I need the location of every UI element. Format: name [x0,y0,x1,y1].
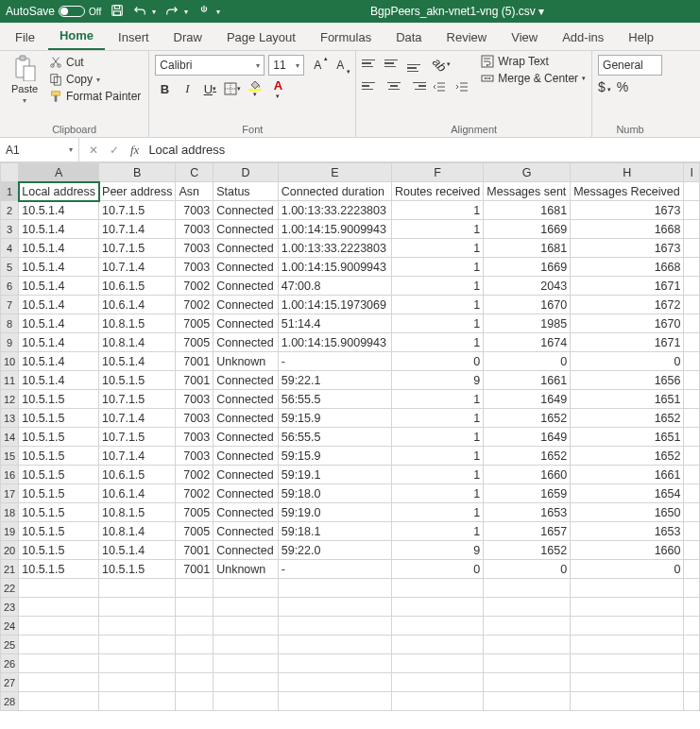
cell[interactable]: Connected [213,314,279,333]
cell[interactable]: 1 [391,220,483,239]
touch-mode-icon[interactable] [197,4,211,20]
cell[interactable] [391,579,483,598]
cell[interactable] [278,636,391,654]
cell[interactable]: 10.5.1.4 [19,220,99,239]
cell[interactable] [176,636,213,654]
cell[interactable] [684,617,700,636]
cell[interactable]: Unknown [213,352,279,371]
cell[interactable] [684,503,700,522]
tab-view[interactable]: View [500,25,549,50]
align-right-button[interactable] [407,77,426,94]
cell[interactable]: 56:55.5 [278,390,391,409]
cell[interactable]: 10.5.1.5 [19,484,99,503]
cell[interactable] [19,579,99,598]
cell[interactable]: Messages Received [571,182,684,201]
cell[interactable]: 10.5.1.5 [19,466,99,484]
row-header[interactable]: 9 [1,333,19,352]
cell[interactable]: Connected [213,447,279,466]
cell[interactable]: Peer address [99,182,176,201]
cell[interactable]: 1.00:14:15.1973069 [278,296,391,314]
align-center-button[interactable] [384,77,403,94]
cell[interactable] [278,673,391,692]
cell[interactable]: Connected duration [278,182,391,201]
redo-icon[interactable] [165,4,179,20]
tab-help[interactable]: Help [617,25,665,50]
row-header[interactable]: 10 [1,352,19,371]
cell[interactable]: 7005 [176,314,213,333]
cell[interactable] [571,579,684,598]
copy-button[interactable]: Copy ▾ [47,72,143,87]
cell[interactable] [176,598,213,617]
cell[interactable]: 10.5.1.5 [19,560,99,579]
cell[interactable] [684,390,700,409]
column-header[interactable]: B [99,163,176,182]
cell[interactable]: Connected [213,277,279,296]
autosave-toggle[interactable]: AutoSave Off [6,5,101,18]
column-header[interactable]: G [484,163,571,182]
cell[interactable]: 1 [391,484,483,503]
cell[interactable] [684,409,700,428]
cell[interactable] [684,466,700,484]
select-all-corner[interactable] [1,163,19,182]
cell[interactable]: 1671 [571,277,684,296]
cell[interactable]: 56:55.5 [278,428,391,447]
align-bottom-button[interactable] [407,55,426,72]
cell[interactable]: 1670 [484,296,571,314]
align-top-button[interactable] [362,55,381,72]
cell[interactable]: Connected [213,296,279,314]
cell[interactable] [484,636,571,654]
column-header[interactable]: F [391,163,483,182]
row-header[interactable]: 19 [1,522,19,541]
cell[interactable]: Status [213,182,279,201]
row-header[interactable]: 21 [1,560,19,579]
cell[interactable] [19,598,99,617]
cell[interactable]: 7003 [176,239,213,258]
tab-page-layout[interactable]: Page Layout [215,25,307,50]
cell[interactable] [19,692,99,711]
cell[interactable]: 1673 [571,201,684,220]
cell[interactable]: Connected [213,371,279,390]
cell[interactable] [684,447,700,466]
cell[interactable] [99,692,176,711]
cell[interactable] [213,692,279,711]
cell[interactable]: 0 [484,560,571,579]
cell[interactable]: 1660 [484,466,571,484]
cell[interactable] [176,617,213,636]
cell[interactable] [19,636,99,654]
cell[interactable]: 51:14.4 [278,314,391,333]
cell[interactable]: 1670 [571,314,684,333]
cell[interactable] [684,371,700,390]
borders-button[interactable]: ▾ [223,79,242,98]
cell[interactable] [684,428,700,447]
cell[interactable]: Routes received [391,182,483,201]
cell[interactable]: 10.5.1.5 [19,409,99,428]
cell[interactable]: Connected [213,239,279,258]
cell[interactable]: 1 [391,466,483,484]
decrease-font-button[interactable]: A [331,56,350,75]
formula-content[interactable]: Local address [148,143,225,157]
cell[interactable]: 7003 [176,428,213,447]
cell[interactable]: 1668 [571,220,684,239]
cell[interactable]: 1654 [571,484,684,503]
cell[interactable]: 10.7.1.4 [99,447,176,466]
cell[interactable]: 59:15.9 [278,447,391,466]
cell[interactable]: 7003 [176,409,213,428]
cell[interactable] [684,484,700,503]
cell[interactable]: 1681 [484,239,571,258]
cell[interactable]: 1650 [571,503,684,522]
enter-icon[interactable]: ✓ [110,144,119,157]
row-header[interactable]: 2 [1,201,19,220]
column-header[interactable]: E [278,163,391,182]
bold-button[interactable]: B [155,79,174,98]
cell[interactable]: 1 [391,409,483,428]
cell[interactable] [213,673,279,692]
cell[interactable]: 1653 [571,522,684,541]
orientation-button[interactable]: ab▾ [430,55,452,74]
cell[interactable]: 1.00:14:15.9009943 [278,258,391,277]
cell[interactable]: 7005 [176,333,213,352]
cell[interactable]: 10.5.1.4 [19,239,99,258]
cell[interactable] [571,692,684,711]
cell[interactable] [684,277,700,296]
cell[interactable]: 7001 [176,541,213,560]
cell[interactable] [684,333,700,352]
